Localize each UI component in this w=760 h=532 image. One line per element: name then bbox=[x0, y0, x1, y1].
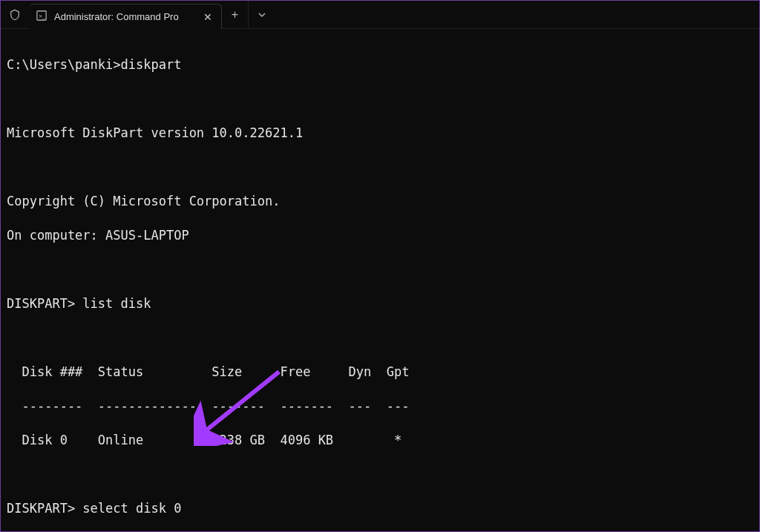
diskpart-prompt: DISKPART> bbox=[7, 296, 75, 311]
prompt-path: C:\Users\panki> bbox=[7, 57, 121, 72]
close-icon[interactable]: ✕ bbox=[202, 11, 214, 23]
copyright-line: Copyright (C) Microsoft Corporation. bbox=[7, 193, 753, 210]
tab-title: Administrator: Command Pro bbox=[54, 11, 179, 22]
diskpart-prompt: DISKPART> bbox=[7, 501, 75, 516]
disk-table-header: Disk ### Status Size Free Dyn Gpt bbox=[7, 364, 753, 381]
terminal-body[interactable]: C:\Users\panki>diskpart Microsoft DiskPa… bbox=[1, 29, 759, 532]
cmd-diskpart: diskpart bbox=[121, 57, 182, 72]
shield-icon bbox=[1, 1, 29, 28]
tab-dropdown-button[interactable] bbox=[249, 1, 275, 28]
blank-line bbox=[7, 329, 753, 347]
disk-table-row: Disk 0 Online 238 GB 4096 KB * bbox=[7, 432, 753, 449]
cmd-list-disk: list disk bbox=[75, 296, 151, 311]
cmd-icon: >_ bbox=[36, 10, 47, 23]
svg-text:>_: >_ bbox=[39, 13, 46, 19]
blank-line bbox=[7, 91, 753, 108]
terminal-window: >_ Administrator: Command Pro ✕ + C:\Use… bbox=[0, 0, 760, 532]
tab-active[interactable]: >_ Administrator: Command Pro ✕ bbox=[29, 4, 222, 29]
cmd-select-disk: select disk 0 bbox=[75, 501, 181, 516]
version-line: Microsoft DiskPart version 10.0.22621.1 bbox=[7, 125, 753, 142]
blank-line bbox=[7, 159, 753, 176]
blank-line bbox=[7, 466, 753, 483]
disk-table-divider: -------- ------------- ------- ------- -… bbox=[7, 398, 753, 415]
titlebar: >_ Administrator: Command Pro ✕ + bbox=[1, 1, 759, 29]
new-tab-button[interactable]: + bbox=[222, 1, 249, 28]
blank-line bbox=[7, 261, 753, 278]
computer-line: On computer: ASUS-LAPTOP bbox=[7, 227, 753, 244]
